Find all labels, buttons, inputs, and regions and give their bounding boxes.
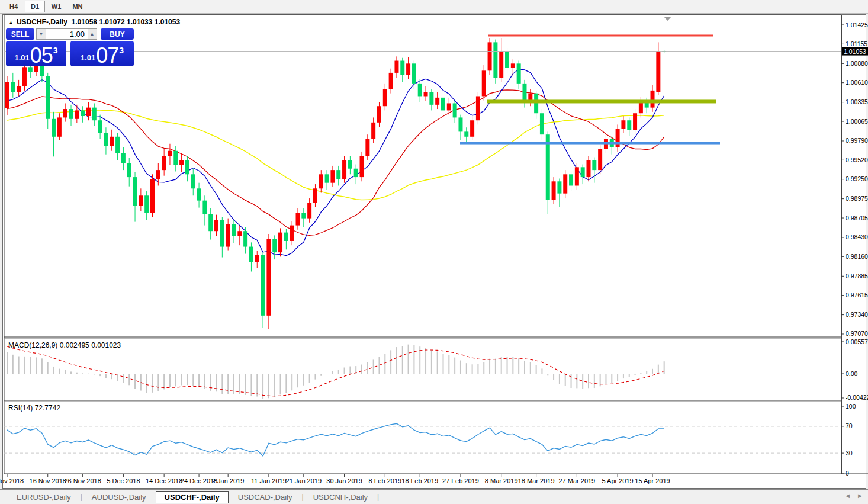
candle-body — [52, 119, 56, 137]
macd-tick-label: 0.005571 — [846, 338, 868, 345]
candle-body — [598, 149, 602, 170]
sell-button[interactable]: SELL — [6, 28, 34, 40]
candle-body — [616, 129, 620, 147]
rsi-indicator-label: RSI(14) 72.7742 — [8, 404, 60, 412]
volume-increase-icon[interactable]: ▲ — [88, 29, 97, 39]
price-tick-label: 1.00610 — [846, 79, 868, 86]
candle-body — [458, 117, 462, 131]
tab-usdcad[interactable]: USDCAD-,Daily — [229, 492, 302, 503]
candle-body — [348, 160, 352, 168]
price-tick-label: 0.98705 — [846, 214, 868, 221]
volume-stepper: ▼ ▲ — [36, 28, 97, 40]
candle-body — [552, 181, 556, 200]
candle-body — [592, 160, 596, 170]
candle-body — [301, 213, 306, 219]
date-tick-label: 21 Jan 2019 — [286, 477, 322, 484]
chart-tab-bar: EURUSD-,Daily | AUDUSD-,Daily USDCHF-,Da… — [0, 489, 868, 504]
candle-body — [575, 167, 579, 185]
volume-input[interactable] — [46, 29, 88, 39]
rsi-name: RSI(14) — [8, 404, 33, 412]
date-tick-label: 15 Apr 2019 — [635, 477, 670, 484]
blue-support-line[interactable] — [460, 142, 720, 145]
rsi-tick-label: 30 — [846, 450, 853, 457]
chart-canvas[interactable]: 1.010531.014251.011551.008801.006101.003… — [0, 0, 868, 504]
candle-body — [587, 160, 591, 177]
tab-usdcnh[interactable]: USDCNH-,Daily — [304, 492, 377, 503]
candle-body — [133, 177, 137, 206]
candle-body — [11, 82, 15, 92]
price-tick-label: 0.99790 — [846, 137, 868, 144]
symbol-ohlc-header: ▲USDCHF-,Daily 1.01058 1.01072 1.01033 1… — [8, 18, 180, 26]
candle-body — [266, 239, 271, 315]
chart-shift-marker-icon[interactable] — [664, 17, 671, 21]
date-tick-label: 8 Mar 2019 — [485, 477, 518, 484]
candle-body — [354, 169, 358, 177]
candle-body — [371, 123, 375, 139]
candle-body — [493, 42, 497, 78]
macd-value: 0.002495 — [60, 341, 89, 349]
candle-body — [144, 195, 149, 213]
candle-body — [435, 98, 439, 105]
candle-body — [633, 113, 637, 130]
candle-body — [69, 109, 73, 119]
candle-body — [377, 106, 381, 123]
candle-body — [441, 98, 445, 111]
candle-body — [319, 174, 323, 188]
ma-medium-line — [7, 90, 664, 236]
price-axis: 1.014251.011551.008801.006101.003351.000… — [841, 21, 868, 338]
candle-body — [569, 174, 573, 185]
price-tick-label: 0.98975 — [846, 195, 868, 202]
symbol-label: USDCHF-,Daily — [17, 18, 67, 26]
price-tick-label: 1.00065 — [846, 118, 868, 125]
price-tick-label: 0.97340 — [846, 311, 868, 318]
candle-body — [651, 91, 655, 108]
candle-body — [110, 137, 114, 146]
date-tick-label: 5 Dec 2018 — [107, 477, 140, 484]
candle-body — [272, 239, 277, 252]
candle-body — [627, 120, 631, 130]
date-tick-label: 30 Jan 2019 — [326, 477, 362, 484]
buy-price-pip: 3 — [119, 46, 124, 55]
sell-price-box[interactable]: 1.01 05 3 — [6, 41, 66, 66]
candle-body — [307, 203, 311, 218]
sell-price-pip: 3 — [53, 46, 58, 55]
candle-body — [418, 84, 422, 97]
candle-body — [365, 139, 369, 156]
tabs-scroll-left-icon[interactable]: ◄ — [844, 492, 851, 499]
macd-tick-label: -0.004224 — [846, 394, 868, 401]
candle-body — [75, 110, 79, 118]
date-tick-label: 18 Mar 2019 — [518, 477, 555, 484]
date-tick-label: 8 Feb 2019 — [368, 477, 401, 484]
candle-body — [325, 174, 329, 182]
candle-body — [232, 224, 236, 236]
mt4-window: H4 D1 W1 MN 1.010531.014251.011551.00880… — [0, 0, 868, 504]
price-tick-label: 0.99520 — [846, 156, 868, 163]
macd-layer — [7, 345, 664, 399]
candle-body — [162, 156, 166, 170]
candle-body — [139, 195, 143, 206]
tab-audusd[interactable]: AUDUSD-,Daily — [82, 492, 156, 503]
candle-body — [168, 151, 172, 156]
price-tick-label: 1.01425 — [846, 21, 868, 28]
candle-body — [563, 174, 567, 193]
buy-price-box[interactable]: 1.01 07 3 — [70, 41, 134, 66]
rsi-tick-label: 70 — [846, 422, 853, 429]
olive-support-line[interactable] — [487, 99, 716, 103]
date-tick-label: 5 Apr 2019 — [602, 477, 633, 484]
resistance-line[interactable] — [488, 34, 713, 36]
collapse-panel-icon[interactable]: ▲ — [8, 20, 14, 25]
price-tick-label: 0.98430 — [846, 233, 868, 240]
candle-body — [197, 188, 201, 200]
volume-decrease-icon[interactable]: ▼ — [37, 29, 46, 39]
tabs-scroll-right-icon[interactable]: ► — [857, 492, 863, 499]
macd-tick-label: 0.00 — [846, 370, 858, 377]
candle-body — [179, 160, 184, 165]
tab-usdchf[interactable]: USDCHF-,Daily — [156, 491, 229, 503]
candle-body — [202, 201, 207, 214]
buy-button[interactable]: BUY — [101, 28, 134, 40]
date-tick-label: 26 Nov 2018 — [64, 477, 101, 484]
candle-body — [330, 170, 335, 183]
candle-body — [429, 92, 433, 105]
ma-lines-layer — [7, 69, 664, 256]
tab-eurusd[interactable]: EURUSD-,Daily — [7, 492, 81, 503]
